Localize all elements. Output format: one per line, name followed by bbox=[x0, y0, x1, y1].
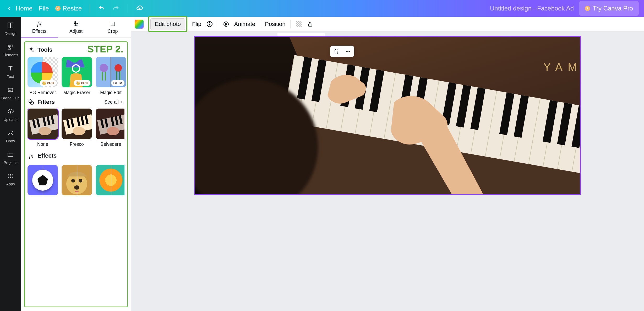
effect-blur[interactable] bbox=[96, 165, 124, 195]
file-menu[interactable]: File bbox=[39, 5, 49, 12]
context-toolbar: Edit photo Flip Animate Position STEP 1. bbox=[131, 17, 644, 31]
animate-icon bbox=[223, 21, 230, 28]
rail-uploads[interactable]: Uploads bbox=[3, 108, 17, 122]
svg-point-25 bbox=[100, 64, 108, 72]
svg-rect-4 bbox=[8, 88, 13, 92]
svg-point-19 bbox=[75, 25, 76, 26]
separator bbox=[260, 20, 260, 28]
crown-icon: ♛ bbox=[585, 6, 590, 11]
svg-point-10 bbox=[12, 175, 13, 176]
step1-highlight: Edit photo bbox=[148, 16, 187, 32]
home-button[interactable]: Home bbox=[5, 4, 32, 12]
filters-see-all[interactable]: See all bbox=[104, 99, 124, 105]
svg-point-113 bbox=[349, 51, 350, 52]
undo-button[interactable] bbox=[98, 4, 106, 12]
cloud-sync-icon[interactable] bbox=[136, 4, 144, 12]
svg-rect-67 bbox=[308, 24, 312, 26]
fx-icon: fx bbox=[36, 20, 43, 27]
step2-highlight: STEP 2. Tools 👑PRO BG Remover bbox=[24, 41, 128, 307]
separator bbox=[290, 20, 291, 28]
tool-magic-edit[interactable]: BETA Magic Edit bbox=[96, 57, 126, 95]
svg-point-9 bbox=[10, 175, 11, 176]
effect-shadow[interactable] bbox=[28, 165, 58, 195]
photo-floating-toolbar bbox=[330, 46, 354, 57]
beta-badge: BETA bbox=[111, 80, 124, 86]
svg-rect-3 bbox=[11, 45, 13, 47]
design-page[interactable]: YAMA bbox=[195, 37, 580, 194]
redo-button[interactable] bbox=[112, 4, 120, 12]
panel-tabs: fx Effects Adjust Crop bbox=[21, 17, 131, 38]
svg-point-12 bbox=[10, 177, 11, 178]
more-button[interactable] bbox=[344, 48, 352, 55]
uploads-icon bbox=[7, 108, 14, 115]
elements-icon bbox=[7, 43, 14, 51]
tab-effects[interactable]: fx Effects bbox=[21, 17, 58, 37]
document-title[interactable]: Untitled design - Facebook Ad bbox=[490, 5, 574, 12]
text-icon bbox=[7, 65, 14, 72]
tool-bg-remover[interactable]: 👑PRO BG Remover bbox=[28, 57, 58, 95]
filters-icon bbox=[28, 99, 34, 105]
svg-point-52 bbox=[107, 127, 119, 135]
svg-point-5 bbox=[8, 174, 9, 175]
edit-photo-button[interactable]: Edit photo bbox=[150, 18, 185, 30]
rail-text[interactable]: Text bbox=[7, 65, 14, 79]
home-label: Home bbox=[16, 5, 32, 12]
rail-design[interactable]: Design bbox=[4, 22, 16, 36]
fx-icon: fx bbox=[28, 153, 34, 159]
design-icon bbox=[7, 22, 14, 29]
filter-fresco[interactable]: Fresco bbox=[62, 109, 92, 147]
rail-elements[interactable]: Elements bbox=[3, 43, 18, 57]
filters-title: Filters bbox=[37, 99, 55, 105]
rail-projects[interactable]: Projects bbox=[4, 151, 17, 165]
apps-icon bbox=[7, 172, 14, 180]
svg-point-13 bbox=[12, 177, 13, 178]
sliders-icon bbox=[73, 20, 79, 27]
rail-brand-hub[interactable]: Brand Hub bbox=[1, 86, 19, 100]
transparency-button[interactable] bbox=[295, 21, 302, 28]
svg-point-36 bbox=[39, 127, 51, 135]
try-pro-button[interactable]: ♛ Try Canva Pro bbox=[579, 1, 639, 16]
effects-panel: fx Effects Adjust Crop STEP 2. bbox=[21, 17, 131, 311]
nav-rail: Design Elements Text Brand Hub Uploads D… bbox=[0, 17, 21, 311]
svg-point-11 bbox=[8, 177, 9, 178]
info-icon[interactable] bbox=[206, 21, 213, 28]
svg-point-112 bbox=[347, 51, 348, 52]
separator bbox=[218, 20, 218, 28]
step2-annotation: STEP 2. bbox=[88, 44, 123, 55]
lock-button[interactable] bbox=[307, 21, 314, 28]
pro-badge: 👑PRO bbox=[74, 80, 90, 86]
svg-marker-63 bbox=[226, 23, 227, 25]
svg-point-8 bbox=[8, 175, 9, 176]
delete-button[interactable] bbox=[333, 48, 340, 55]
color-picker[interactable] bbox=[135, 20, 144, 29]
svg-point-61 bbox=[209, 22, 210, 23]
resize-label: Resize bbox=[63, 5, 82, 12]
rail-apps[interactable]: Apps bbox=[6, 172, 15, 186]
animate-button[interactable]: Animate bbox=[234, 21, 255, 28]
piano-brand-text: YAMA bbox=[543, 61, 580, 73]
canvas-stage[interactable]: YAMA bbox=[131, 31, 644, 311]
filter-none[interactable]: None bbox=[28, 109, 58, 147]
chevron-left-icon bbox=[5, 4, 13, 12]
svg-point-44 bbox=[73, 127, 85, 135]
tab-adjust[interactable]: Adjust bbox=[58, 17, 94, 37]
resize-button[interactable]: ♛ Resize bbox=[55, 5, 82, 12]
position-button[interactable]: Position bbox=[265, 21, 285, 28]
svg-point-56 bbox=[71, 179, 75, 183]
separator bbox=[128, 4, 128, 13]
tools-title: Tools bbox=[37, 46, 52, 53]
tab-crop[interactable]: Crop bbox=[94, 17, 131, 37]
effect-autofocus[interactable] bbox=[62, 165, 92, 195]
svg-point-2 bbox=[8, 45, 10, 47]
rail-draw[interactable]: Draw bbox=[6, 129, 15, 143]
svg-point-111 bbox=[346, 51, 347, 52]
flip-button[interactable]: Flip bbox=[192, 21, 201, 28]
tool-magic-eraser[interactable]: 👑PRO Magic Eraser bbox=[62, 57, 92, 95]
separator bbox=[90, 4, 90, 13]
effects-title: Effects bbox=[37, 152, 57, 159]
svg-rect-66 bbox=[296, 21, 302, 27]
filter-belvedere[interactable]: Belvedere bbox=[96, 109, 124, 147]
photo-piano[interactable]: YAMA bbox=[195, 37, 580, 194]
draw-icon bbox=[7, 129, 14, 137]
svg-point-7 bbox=[12, 174, 13, 175]
